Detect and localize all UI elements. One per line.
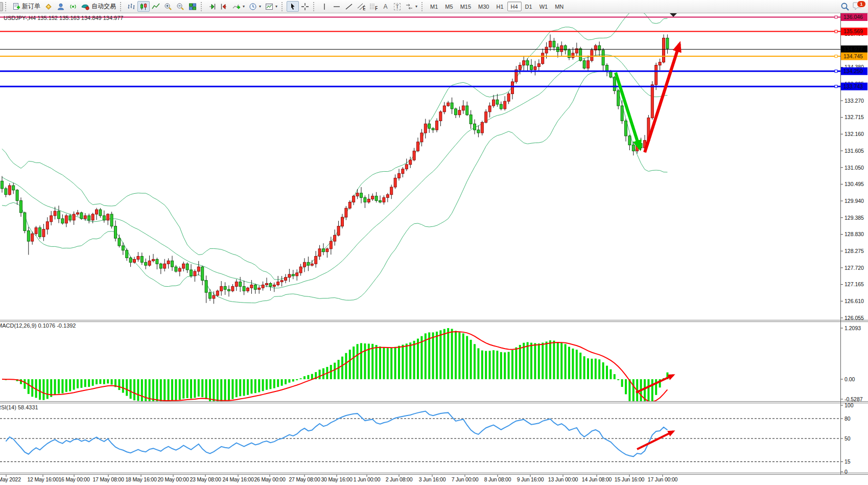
timeframe-button-h4[interactable]: H4 — [507, 2, 522, 11]
templates-button[interactable]: ▾ — [263, 1, 279, 12]
timeframe-button-mn[interactable]: MN — [551, 2, 567, 11]
time-axis-label: 23 May 08:00 — [190, 476, 221, 482]
fibo-letter: F — [375, 5, 378, 11]
timeframe-button-m5[interactable]: M5 — [441, 2, 456, 11]
zoom-out-button[interactable] — [174, 1, 186, 12]
time-axis-label: 9 Jun 16:00 — [517, 476, 544, 482]
toolbar-drag-handle[interactable] — [201, 2, 204, 11]
green-down-arrow[interactable] — [616, 73, 640, 148]
shapes-button[interactable]: ▾ — [403, 1, 419, 12]
timeframe-button-m15[interactable]: M15 — [457, 2, 475, 11]
zoom-in-icon — [164, 3, 172, 11]
svg-text:1.2093: 1.2093 — [844, 325, 861, 331]
svg-text:127.165: 127.165 — [844, 281, 864, 287]
market-button[interactable] — [42, 1, 55, 12]
trendline-icon — [345, 3, 353, 11]
svg-text:130.495: 130.495 — [844, 181, 864, 187]
time-axis-label: 27 May 08:00 — [289, 476, 320, 482]
timeframe-button-w1[interactable]: W1 — [536, 2, 552, 11]
new-order-button[interactable]: 新订单 — [10, 1, 42, 12]
time-axis-label: 16 May 00:00 — [58, 476, 89, 482]
text-label-button[interactable]: T — [391, 1, 403, 12]
svg-text:100: 100 — [844, 402, 854, 408]
auto-scroll-icon — [208, 3, 216, 11]
svg-text:15: 15 — [844, 458, 851, 465]
channel-letter: E — [363, 5, 365, 11]
tile-windows-icon — [189, 3, 197, 11]
macd-indicator-label: MACD(12,26,9) 0.1076 -0.1392 — [0, 322, 76, 329]
dropdown-arrow-icon: ▾ — [275, 4, 277, 9]
chart-shift-button[interactable] — [218, 1, 230, 12]
time-axis-label: 12 May 16:00 — [27, 476, 58, 482]
time-axis-label: 8 Jun 08:00 — [484, 476, 511, 482]
dropdown-arrow-icon: ▾ — [243, 4, 245, 9]
cursor-button[interactable] — [287, 1, 299, 12]
svg-text:0.00: 0.00 — [844, 376, 855, 382]
svg-text:131.605: 131.605 — [844, 148, 864, 154]
community-icon — [57, 3, 65, 11]
chat-button[interactable]: 1 — [853, 2, 864, 12]
vertical-line-button[interactable] — [318, 1, 331, 12]
time-axis-label: 2 Jun 08:00 — [386, 476, 413, 482]
vertical-line-icon — [320, 3, 329, 11]
zoom-in-button[interactable] — [162, 1, 174, 12]
timeframe-button-m30[interactable]: M30 — [475, 2, 492, 11]
notification-badge: 1 — [857, 1, 866, 8]
periods-clock-icon — [249, 3, 257, 11]
rsi-up-arrow[interactable] — [637, 431, 673, 449]
svg-text:132.715: 132.715 — [844, 114, 864, 120]
svg-text:50: 50 — [844, 435, 851, 442]
auto-scroll-button[interactable] — [206, 1, 218, 12]
indicators-icon — [232, 3, 241, 11]
timeframe-button-d1[interactable]: D1 — [522, 2, 536, 11]
crosshair-button[interactable] — [299, 1, 311, 12]
price-level-badge: 133.743 — [843, 83, 863, 89]
svg-text:129.385: 129.385 — [844, 215, 864, 221]
trendline-button[interactable] — [343, 1, 355, 12]
time-axis-label: 11 May 2022 — [0, 476, 21, 482]
text-button[interactable]: A — [380, 1, 391, 12]
equidistant-channel-button[interactable]: E — [355, 1, 367, 12]
periods-button[interactable]: ▾ — [247, 1, 263, 12]
toolbar-drag-handle[interactable] — [313, 2, 317, 11]
horizontal-line-icon — [333, 3, 341, 11]
chart-shift-icon — [220, 3, 228, 11]
time-axis-label: 1 Jun 00:00 — [354, 476, 381, 482]
time-axis-label: 3 Jun 16:00 — [419, 476, 446, 482]
timeframe-group: M1M5M15M30H1H4D1W1MN — [427, 2, 567, 11]
indicators-button[interactable]: ▾ — [230, 1, 247, 12]
toolbar-drag-handle[interactable] — [120, 2, 124, 11]
time-axis-label: 24 May 16:00 — [222, 476, 253, 482]
svg-text:-0.5287: -0.5287 — [844, 396, 863, 402]
timeframe-button-m1[interactable]: M1 — [427, 2, 441, 11]
new-order-icon — [12, 3, 20, 11]
toolbar-drag-handle[interactable] — [5, 2, 9, 11]
toolbar-right: 1 — [840, 2, 868, 12]
svg-text:0: 0 — [844, 469, 848, 475]
bar-chart-button[interactable] — [125, 1, 137, 12]
equidistant-channel-icon: E — [357, 3, 365, 11]
signals-button[interactable] — [67, 1, 79, 12]
chart-title: USDJPY-,H4 135.152 135.163 134.849 134.9… — [4, 15, 123, 21]
search-icon[interactable] — [840, 2, 850, 11]
svg-text:127.720: 127.720 — [844, 265, 864, 271]
toolbar-drag-handle[interactable] — [281, 2, 285, 11]
toolbar-drag-handle[interactable] — [421, 2, 425, 11]
community-button[interactable] — [55, 1, 67, 12]
auto-trading-button[interactable]: 自动交易 — [79, 1, 118, 12]
auto-trading-icon — [81, 3, 90, 11]
time-axis: 11 May 202212 May 16:0016 May 00:0017 Ma… — [0, 476, 868, 485]
horizontal-line-button[interactable] — [331, 1, 343, 12]
price-level-badge: 134.250 — [843, 68, 863, 74]
candlestick-chart-button[interactable] — [137, 1, 150, 12]
svg-text:128.275: 128.275 — [844, 248, 864, 254]
svg-text:131.050: 131.050 — [844, 165, 864, 171]
zoom-out-icon — [176, 3, 184, 11]
chart-area[interactable]: 135.490134.935134.380133.825133.270132.7… — [0, 0, 868, 485]
dropdown-arrow-icon: ▾ — [415, 4, 417, 9]
fibonacci-button[interactable]: F — [367, 1, 380, 12]
line-chart-button[interactable] — [150, 1, 162, 12]
tile-windows-button[interactable] — [186, 1, 199, 12]
timeframe-button-h1[interactable]: H1 — [492, 2, 507, 11]
time-axis-label: 7 Jun 00:00 — [452, 476, 479, 482]
